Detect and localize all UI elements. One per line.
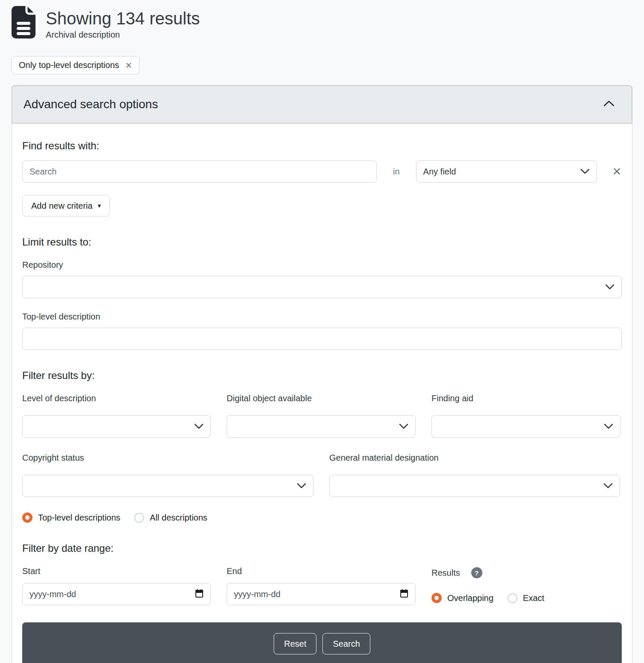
radio-all-descriptions[interactable]: All descriptions — [134, 513, 207, 523]
chevron-down-icon — [194, 422, 204, 432]
header-text: Showing 134 results Archival description — [46, 6, 200, 40]
chevron-down-icon — [604, 422, 613, 432]
caret-down-icon: ▾ — [97, 202, 101, 210]
actions-footer: Reset Search — [22, 622, 622, 663]
help-icon[interactable]: ? — [471, 567, 482, 578]
end-date-input[interactable]: yyyy-mm-dd — [227, 583, 416, 605]
copyright-status-select[interactable] — [22, 475, 313, 497]
calendar-icon[interactable] — [400, 589, 408, 600]
digital-object-select[interactable] — [227, 415, 416, 438]
radio-overlapping-label: Overlapping — [447, 593, 493, 603]
toplevel-description-label: Top-level description — [22, 312, 622, 322]
results-radios: Overlapping Exact — [431, 593, 620, 603]
filter-selects-row2 — [22, 475, 622, 497]
results-label: Results — [431, 568, 460, 578]
radio-exact[interactable]: Exact — [508, 593, 544, 603]
gmd-label: General material designation — [329, 453, 620, 463]
page-header: Showing 134 results Archival description — [12, 6, 632, 40]
start-date-input[interactable]: yyyy-mm-dd — [22, 583, 211, 605]
chevron-down-icon — [605, 282, 614, 292]
repository-select[interactable] — [22, 276, 622, 298]
radio-unselected-icon — [508, 593, 517, 603]
search-button[interactable]: Search — [322, 633, 370, 654]
calendar-icon[interactable] — [195, 589, 204, 600]
toplevel-description-input[interactable] — [22, 328, 622, 350]
description-scope-radios: Top-level descriptions All descriptions — [22, 512, 622, 523]
page-title: Showing 134 results — [46, 9, 200, 28]
date-range-heading: Filter by date range: — [22, 542, 622, 554]
document-icon — [12, 6, 35, 38]
repository-label: Repository — [22, 260, 622, 270]
filter-labels-row: Level of description Digital object avai… — [22, 394, 622, 409]
reset-button[interactable]: Reset — [274, 633, 316, 654]
radio-selected-icon — [431, 593, 442, 603]
level-of-description-label: Level of description — [22, 394, 211, 403]
radio-top-level-descriptions[interactable]: Top-level descriptions — [22, 512, 120, 523]
filter-selects-row — [22, 415, 622, 438]
page-subtitle: Archival description — [46, 30, 200, 40]
radio-selected-icon — [22, 512, 32, 523]
results-head: Results ? — [431, 567, 620, 578]
filter-tag-label: Only top-level descriptions — [19, 60, 119, 70]
advanced-search-header[interactable]: Advanced search options — [12, 85, 632, 124]
end-date-field: End yyyy-mm-dd — [227, 566, 416, 605]
advanced-search-panel: Advanced search options Find results wit… — [12, 85, 632, 663]
chevron-down-icon — [580, 167, 590, 177]
radio-overlapping[interactable]: Overlapping — [431, 593, 493, 603]
advanced-search-body: Find results with: in Any field ✕ Add ne… — [12, 124, 632, 663]
end-label: End — [227, 566, 416, 576]
add-new-criteria-label: Add new criteria — [31, 201, 92, 211]
chevron-down-icon — [603, 481, 613, 491]
finding-aid-label: Finding aid — [431, 394, 620, 403]
field-select-value: Any field — [423, 167, 456, 177]
chevron-down-icon — [297, 481, 306, 491]
copyright-status-label: Copyright status — [22, 453, 313, 463]
search-criteria-row: in Any field ✕ — [22, 160, 622, 183]
end-date-placeholder: yyyy-mm-dd — [234, 589, 281, 599]
limit-results-heading: Limit results to: — [22, 236, 622, 248]
field-select[interactable]: Any field — [416, 160, 597, 183]
remove-filter-icon[interactable]: ✕ — [125, 61, 133, 70]
filter-labels-row2: Copyright status General material design… — [22, 453, 622, 469]
radio-unselected-icon — [134, 513, 144, 523]
results-field: Results ? Overlapping Exact — [431, 566, 620, 605]
start-label: Start — [22, 566, 211, 576]
start-date-placeholder: yyyy-mm-dd — [30, 589, 76, 599]
radio-exact-label: Exact — [523, 593, 544, 603]
chevron-up-icon — [603, 100, 614, 109]
gmd-select[interactable] — [329, 475, 620, 497]
remove-criteria-icon[interactable]: ✕ — [612, 166, 622, 177]
in-label: in — [393, 167, 400, 177]
date-range-row: Start yyyy-mm-dd — [22, 566, 622, 605]
search-input[interactable] — [22, 160, 377, 183]
find-results-heading: Find results with: — [22, 140, 622, 152]
filter-tag-top-level[interactable]: Only top-level descriptions ✕ — [12, 56, 139, 74]
radio-all-label: All descriptions — [150, 513, 207, 523]
radio-top-level-label: Top-level descriptions — [38, 513, 120, 523]
filter-results-heading: Filter results by: — [22, 370, 622, 382]
add-new-criteria-button[interactable]: Add new criteria ▾ — [22, 195, 110, 216]
start-date-field: Start yyyy-mm-dd — [22, 566, 211, 605]
finding-aid-select[interactable] — [431, 415, 620, 438]
page: Showing 134 results Archival description… — [0, 0, 644, 663]
level-of-description-select[interactable] — [22, 415, 211, 438]
advanced-search-title: Advanced search options — [24, 98, 158, 111]
chevron-down-icon — [399, 422, 408, 432]
digital-object-label: Digital object available — [227, 394, 416, 403]
